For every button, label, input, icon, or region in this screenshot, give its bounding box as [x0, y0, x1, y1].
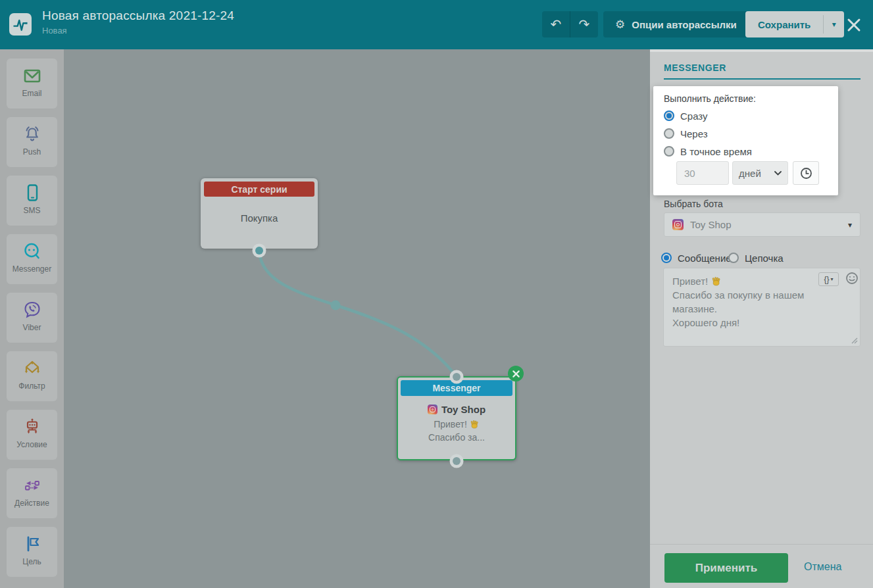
sidebar-item-label: SMS	[23, 206, 40, 215]
sidebar-item-label: Условие	[16, 440, 47, 449]
push-bell-icon	[22, 124, 42, 144]
email-envelope-icon	[22, 66, 42, 86]
action-timing-card: Выполнить действие: Сразу Через В точное…	[653, 86, 838, 195]
close-x-icon	[846, 17, 862, 33]
action-arrows-icon	[22, 476, 42, 495]
caret-down-icon: ▾	[832, 20, 836, 29]
radio-option-after-delay[interactable]: Через	[664, 128, 828, 139]
message-text-input[interactable]: Привет! Спасибо за покупку в нашем магаз…	[663, 268, 861, 347]
clock-icon	[800, 167, 812, 180]
waving-hand-icon	[470, 420, 480, 429]
sidebar-item-sms[interactable]: SMS	[7, 176, 57, 226]
radio-option-chain[interactable]: Цепочка	[728, 252, 784, 264]
topbar: Новая авторассылка 2021-12-24 Новая ↶ ↷ …	[0, 0, 873, 49]
radio-icon	[664, 128, 674, 139]
delay-value-input[interactable]	[676, 161, 729, 185]
filter-branch-icon	[22, 358, 42, 378]
autoflow-options-label: Опции авторассылки	[632, 19, 737, 30]
sidebar-item-label: Push	[23, 147, 41, 157]
messenger-node-greeting: Привет!	[434, 419, 467, 429]
variables-braces-icon: {}	[824, 275, 829, 284]
sidebar-item-goal[interactable]: Цель	[7, 527, 57, 577]
radio-option-message[interactable]: Сообщение	[661, 252, 732, 264]
sidebar-item-label: Фильтр	[18, 381, 45, 391]
sidebar-item-filter[interactable]: Фильтр	[7, 351, 57, 401]
sidebar-item-condition[interactable]: Условие	[7, 410, 57, 460]
radio-icon	[661, 253, 672, 263]
sidebar-item-label: Viber	[23, 323, 41, 332]
divider	[664, 78, 861, 80]
connection-midpoint-dot	[331, 301, 341, 310]
autoflow-options-button[interactable]: ⚙ Опции авторассылки	[603, 11, 749, 37]
insert-variable-button[interactable]: {} ▾	[818, 272, 839, 286]
goal-flag-icon	[22, 534, 42, 554]
instagram-icon	[672, 219, 684, 230]
settings-panel: MESSENGER Выполнить действие: Сразу Чере…	[650, 49, 873, 588]
radio-option-exact-time[interactable]: В точное время	[664, 145, 828, 157]
divider	[650, 544, 873, 545]
connection-layer	[64, 49, 650, 588]
sidebar-item-messenger[interactable]: Messenger	[7, 234, 57, 284]
messenger-node-header: Messenger	[401, 380, 512, 396]
pulse-logo-icon	[12, 16, 29, 33]
connection-line	[259, 252, 457, 377]
smiley-icon	[845, 272, 859, 285]
message-line: магазине.	[672, 302, 851, 316]
condition-robot-icon	[22, 417, 42, 437]
message-line: Хорошего дня!	[672, 316, 851, 330]
sidebar-item-action[interactable]: Действие	[7, 468, 57, 518]
message-greeting: Привет!	[672, 274, 708, 288]
waving-hand-icon	[711, 276, 722, 287]
sidebar-item-viber[interactable]: Viber	[7, 293, 57, 343]
messenger-node-preview: Спасибо за...	[398, 432, 515, 443]
radio-icon	[664, 110, 674, 121]
messenger-node-bot-name: Toy Shop	[441, 404, 486, 415]
save-dropdown-button[interactable]: ▾	[824, 11, 844, 37]
close-x-icon	[512, 370, 520, 378]
sidebar-item-push[interactable]: Push	[7, 117, 57, 167]
close-editor-button[interactable]	[846, 17, 862, 33]
redo-arrow-icon: ↷	[579, 16, 590, 32]
page-title: Новая авторассылка 2021-12-24	[42, 9, 234, 23]
message-line: Спасибо за покупку в нашем	[672, 288, 851, 302]
viber-bubble-icon	[22, 300, 42, 320]
sidebar-item-email[interactable]: Email	[7, 59, 57, 109]
start-node-header: Старт серии	[204, 182, 314, 197]
radio-icon	[664, 146, 674, 157]
undo-button[interactable]: ↶	[542, 11, 570, 37]
delete-node-button[interactable]	[508, 366, 524, 381]
chevron-down-icon	[774, 171, 782, 176]
messenger-chat-icon	[22, 241, 42, 261]
sidebar-item-label: Действие	[14, 499, 49, 508]
cancel-button[interactable]: Отмена	[804, 561, 841, 573]
panel-title: MESSENGER	[664, 62, 726, 73]
sidebar-item-label: Messenger	[12, 264, 51, 274]
undo-redo-group: ↶ ↷	[542, 11, 598, 37]
exact-time-clock-button[interactable]	[793, 161, 819, 185]
bot-select[interactable]: Toy Shop ▾	[664, 212, 861, 237]
bot-select-value: Toy Shop	[690, 219, 841, 230]
apply-button[interactable]: Применить	[664, 553, 788, 583]
caret-down-icon: ▾	[831, 276, 834, 282]
sidebar-item-label: Цель	[22, 557, 41, 566]
instagram-icon	[428, 404, 437, 414]
textarea-resize-handle[interactable]	[851, 337, 858, 344]
delay-unit-select[interactable]: дней	[732, 161, 788, 185]
start-node-body: Покупка	[201, 212, 318, 224]
save-split-button: Сохранить ▾	[745, 11, 844, 37]
tools-sidebar: Email Push SMS Messenger	[0, 49, 64, 588]
flow-canvas[interactable]: Старт серии Покупка Messenger Toy Shop П…	[64, 49, 650, 588]
radio-option-immediately[interactable]: Сразу	[664, 110, 828, 122]
messenger-node[interactable]: Messenger Toy Shop Привет! Спасибо за...	[397, 376, 516, 460]
radio-icon	[728, 253, 739, 263]
emoji-picker-button[interactable]	[845, 272, 859, 285]
undo-arrow-icon: ↶	[551, 16, 562, 32]
sidebar-item-label: Email	[22, 89, 41, 98]
save-button[interactable]: Сохранить	[745, 11, 823, 37]
redo-button[interactable]: ↷	[570, 11, 598, 37]
start-node[interactable]: Старт серии Покупка	[201, 178, 318, 249]
caret-down-icon: ▾	[848, 220, 852, 230]
page-subtitle: Новая	[42, 26, 234, 36]
action-timing-label: Выполнить действие:	[664, 93, 828, 104]
sms-phone-icon	[22, 183, 42, 203]
